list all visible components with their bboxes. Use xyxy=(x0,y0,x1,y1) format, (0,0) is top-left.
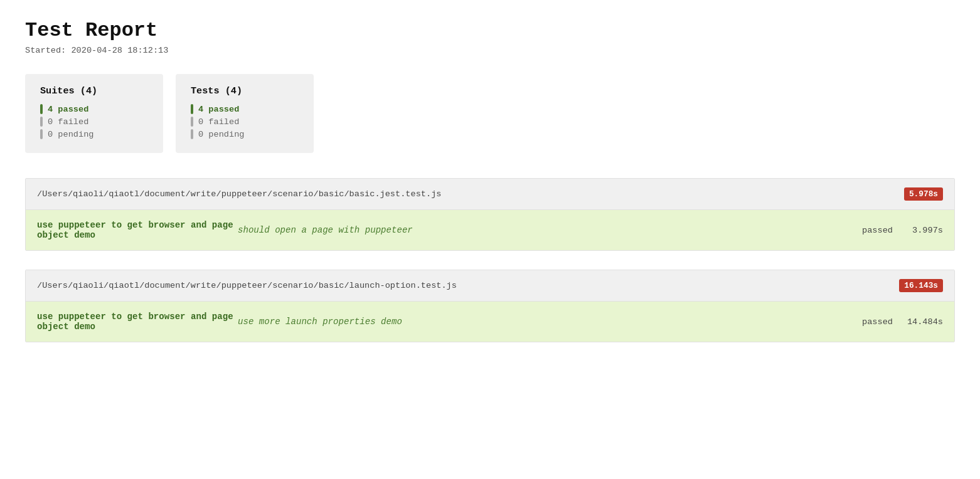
tests-failed-count: 0 xyxy=(198,117,203,127)
tests-pending-count: 0 xyxy=(198,130,203,139)
suites-pending-label: pending xyxy=(58,130,93,139)
tests-passed-label: passed xyxy=(208,105,239,114)
suite-block-1: /Users/qiaoli/qiaotl/document/write/pupp… xyxy=(25,270,955,342)
tests-card-title: Tests (4) xyxy=(191,85,299,97)
suite-path-0: /Users/qiaoli/qiaotl/document/write/pupp… xyxy=(37,189,441,199)
suites-failed-bar xyxy=(40,117,43,127)
tests-pending-label: pending xyxy=(208,130,244,139)
tests-passed-count: 4 xyxy=(198,105,203,114)
suite-time-badge-1: 16.143s xyxy=(899,279,943,292)
suites-passed-bar xyxy=(40,104,43,114)
tests-failed-label: failed xyxy=(208,117,239,127)
test-status-0-0: passed xyxy=(830,226,893,235)
suite-path-1: /Users/qiaoli/qiaotl/document/write/pupp… xyxy=(37,281,457,290)
test-row-1-0: use puppeteer to get browser and page ob… xyxy=(26,302,954,342)
test-describe-1-0: use puppeteer to get browser and page ob… xyxy=(37,312,238,332)
suites-card: Suites (4) 4 passed 0 failed 0 pending xyxy=(25,74,163,153)
summary-cards: Suites (4) 4 passed 0 failed 0 pending T… xyxy=(25,74,955,153)
suite-time-badge-0: 5.978s xyxy=(904,187,943,201)
tests-failed-stat: 0 failed xyxy=(191,117,299,127)
suites-pending-stat: 0 pending xyxy=(40,129,148,139)
suite-header-0: /Users/qiaoli/qiaotl/document/write/pupp… xyxy=(26,179,954,210)
suites-container: /Users/qiaoli/qiaotl/document/write/pupp… xyxy=(25,178,955,342)
test-status-1-0: passed xyxy=(830,317,893,327)
page-title: Test Report xyxy=(25,19,955,42)
tests-card: Tests (4) 4 passed 0 failed 0 pending xyxy=(176,74,314,153)
suite-header-1: /Users/qiaoli/qiaotl/document/write/pupp… xyxy=(26,270,954,302)
suites-pending-bar xyxy=(40,129,43,139)
test-describe-0-0: use puppeteer to get browser and page ob… xyxy=(37,220,238,240)
tests-passed-bar xyxy=(191,104,193,114)
tests-pending-bar xyxy=(191,129,193,139)
suites-failed-count: 0 xyxy=(48,117,53,127)
test-name-1-0: use more launch properties demo xyxy=(238,317,830,327)
suites-passed-label: passed xyxy=(58,105,88,114)
tests-passed-stat: 4 passed xyxy=(191,104,299,114)
test-row-0-0: use puppeteer to get browser and page ob… xyxy=(26,210,954,250)
suites-pending-count: 0 xyxy=(48,130,53,139)
suites-card-title: Suites (4) xyxy=(40,85,148,97)
suites-passed-count: 4 xyxy=(48,105,53,114)
test-duration-1-0: 14.484s xyxy=(893,317,943,327)
tests-failed-bar xyxy=(191,117,193,127)
suites-passed-stat: 4 passed xyxy=(40,104,148,114)
test-name-0-0: should open a page with puppeteer xyxy=(238,225,830,235)
suites-failed-stat: 0 failed xyxy=(40,117,148,127)
tests-pending-stat: 0 pending xyxy=(191,129,299,139)
started-timestamp: Started: 2020-04-28 18:12:13 xyxy=(25,46,955,55)
suites-failed-label: failed xyxy=(58,117,88,127)
suite-block-0: /Users/qiaoli/qiaotl/document/write/pupp… xyxy=(25,178,955,251)
test-duration-0-0: 3.997s xyxy=(893,226,943,235)
